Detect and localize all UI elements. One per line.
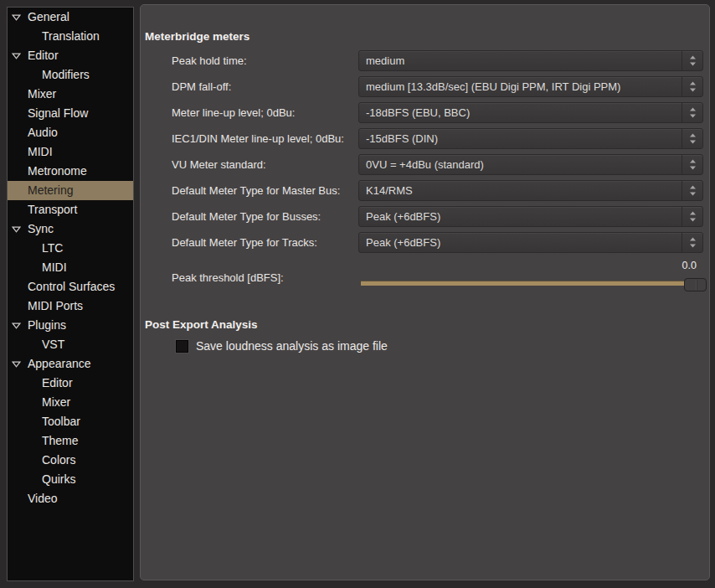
sidebar-item-appearance-mixer[interactable]: Mixer (8, 393, 133, 412)
up-down-arrows-icon (689, 133, 697, 144)
dpm-fall-off-label: DPM fall-off: (172, 80, 358, 93)
dpm-fall-off-dropdown[interactable]: medium [13.3dB/sec] (EBU Digi PPM, IRT D… (358, 76, 703, 97)
sidebar-item-label: Translation (42, 29, 100, 43)
sidebar-item-label: Colors (42, 453, 75, 467)
meter-type-master-bus-dropdown[interactable]: K14/RMS (358, 180, 703, 201)
dropdown-selected-value: Peak (+6dBFS) (366, 210, 440, 223)
section-title-meterbridge-meters: Meterbridge meters (145, 28, 703, 45)
sidebar-item-metronome[interactable]: Metronome (8, 162, 133, 181)
iec1-din-line-up-level-dropdown[interactable]: -15dBFS (DIN) (358, 128, 703, 149)
sidebar-item-appearance[interactable]: Appearance (8, 354, 133, 374)
meter-type-busses-dropdown[interactable]: Peak (+6dBFS) (358, 206, 703, 227)
sidebar-item-label: Appearance (28, 357, 91, 370)
sidebar-item-general[interactable]: General (8, 8, 133, 27)
sidebar-item-sync-ltc[interactable]: LTC (8, 239, 133, 258)
up-down-arrows-icon (689, 237, 697, 248)
panel-content: Meterbridge meters Peak hold time:medium… (141, 5, 709, 353)
expander-open-icon[interactable] (12, 14, 21, 21)
sidebar-item-label: Quirks (42, 472, 75, 486)
sidebar-item-video[interactable]: Video (8, 489, 133, 508)
sidebar-item-label: Mixer (42, 395, 70, 409)
peak-threshold-slider: 0.0 (358, 258, 703, 297)
expander-open-icon[interactable] (12, 361, 21, 368)
save-loudness-analysis-checkbox[interactable] (176, 340, 188, 353)
combo-spinner (682, 181, 702, 200)
peak-threshold-row: Peak threshold [dBFS]: 0.0 (145, 258, 703, 297)
meter-type-tracks-dropdown[interactable]: Peak (+6dBFS) (358, 232, 703, 253)
slider-track[interactable] (361, 281, 707, 286)
up-down-arrows-icon (689, 81, 697, 92)
meter-type-busses-label: Default Meter Type for Busses: (172, 210, 358, 223)
peak-threshold-value: 0.0 (358, 260, 703, 273)
sidebar-item-appearance-theme[interactable]: Theme (8, 431, 133, 451)
dropdown-selected-value: -15dBFS (DIN) (366, 132, 438, 145)
sidebar-item-midi[interactable]: MIDI (8, 142, 133, 162)
sidebar-item-label: Sync (28, 222, 54, 235)
meter-type-tracks-label: Default Meter Type for Tracks: (172, 236, 358, 249)
sidebar-item-metering[interactable]: Metering (8, 181, 133, 200)
pref-row-meter-line-up-level: Meter line-up level; 0dBu:-18dBFS (EBU, … (145, 102, 703, 123)
combo-spinner (682, 51, 702, 70)
pref-row-meter-type-master-bus: Default Meter Type for Master Bus:K14/RM… (145, 180, 703, 201)
pref-row-iec1-din-line-up-level: IEC1/DIN Meter line-up level; 0dBu:-15dB… (145, 128, 703, 149)
sidebar-item-sync-midi[interactable]: MIDI (8, 258, 133, 277)
sidebar-item-label: Control Surfaces (28, 280, 115, 293)
sidebar-item-appearance-quirks[interactable]: Quirks (8, 470, 133, 489)
combo-spinner (682, 155, 702, 174)
combo-spinner (682, 233, 702, 252)
sidebar-item-plugins-vst[interactable]: VST (8, 335, 133, 354)
up-down-arrows-icon (689, 55, 697, 66)
sidebar-item-label: General (28, 10, 69, 23)
dropdown-selected-value: K14/RMS (366, 184, 413, 197)
preferences-tree: GeneralTranslationEditorModifiersMixerSi… (7, 7, 134, 581)
meter-line-up-level-dropdown[interactable]: -18dBFS (EBU, BBC) (358, 102, 703, 123)
iec1-din-line-up-level-label: IEC1/DIN Meter line-up level; 0dBu: (172, 132, 358, 145)
sidebar-item-control-surfaces[interactable]: Control Surfaces (8, 277, 133, 297)
sidebar-item-transport[interactable]: Transport (8, 200, 133, 219)
up-down-arrows-icon (689, 107, 697, 118)
combo-spinner (682, 129, 702, 148)
vu-meter-standard-dropdown[interactable]: 0VU = +4dBu (standard) (358, 154, 703, 175)
sidebar-item-appearance-colors[interactable]: Colors (8, 451, 133, 470)
sidebar-item-label: Audio (28, 126, 58, 139)
peak-hold-time-label: Peak hold time: (172, 54, 358, 67)
dropdown-selected-value: medium (366, 54, 404, 67)
sidebar-item-modifiers[interactable]: Modifiers (8, 65, 133, 85)
sidebar-item-label: Editor (42, 376, 73, 389)
sidebar-item-appearance-editor[interactable]: Editor (8, 374, 133, 393)
preferences-window: { "colors": { "window_bg": "#2b292a", "s… (0, 0, 715, 588)
metering-preferences-panel: Meterbridge meters Peak hold time:medium… (140, 4, 710, 580)
expander-open-icon[interactable] (12, 322, 21, 329)
sidebar-item-label: Video (28, 492, 58, 505)
sidebar-item-midi-ports[interactable]: MIDI Ports (8, 297, 133, 316)
pref-row-vu-meter-standard: VU Meter standard:0VU = +4dBu (standard) (145, 154, 703, 175)
dropdown-selected-value: Peak (+6dBFS) (366, 236, 440, 249)
pref-row-peak-hold-time: Peak hold time:medium (145, 50, 703, 71)
expander-open-icon[interactable] (12, 53, 21, 59)
peak-threshold-label: Peak threshold [dBFS]: (172, 258, 358, 284)
sidebar-item-audio[interactable]: Audio (8, 123, 133, 142)
up-down-arrows-icon (689, 185, 697, 196)
slider-handle[interactable] (684, 278, 707, 291)
sidebar-item-translation[interactable]: Translation (8, 27, 133, 46)
dropdown-selected-value: -18dBFS (EBU, BBC) (366, 106, 470, 119)
expander-open-icon[interactable] (12, 226, 21, 233)
sidebar-item-label: Metering (28, 183, 73, 197)
sidebar-item-sync[interactable]: Sync (8, 219, 133, 239)
meterbridge-rows: Peak hold time:mediumDPM fall-off:medium… (145, 50, 703, 253)
save-loudness-analysis-label: Save loudness analysis as image file (196, 339, 388, 353)
meter-type-master-bus-label: Default Meter Type for Master Bus: (172, 184, 358, 197)
combo-spinner (682, 77, 702, 96)
sidebar-item-label: MIDI Ports (28, 299, 83, 312)
sidebar-item-appearance-toolbar[interactable]: Toolbar (8, 412, 133, 431)
sidebar-item-plugins[interactable]: Plugins (8, 316, 133, 335)
sidebar-item-label: Theme (42, 434, 79, 447)
pref-row-meter-type-busses: Default Meter Type for Busses:Peak (+6dB… (145, 206, 703, 227)
sidebar-item-mixer[interactable]: Mixer (8, 85, 133, 104)
pref-row-dpm-fall-off: DPM fall-off:medium [13.3dB/sec] (EBU Di… (145, 76, 703, 97)
sidebar-item-editor[interactable]: Editor (8, 46, 133, 65)
dropdown-selected-value: 0VU = +4dBu (standard) (366, 158, 484, 171)
sidebar-item-signal-flow[interactable]: Signal Flow (8, 104, 133, 123)
sidebar-item-label: MIDI (42, 260, 67, 274)
peak-hold-time-dropdown[interactable]: medium (358, 50, 703, 71)
